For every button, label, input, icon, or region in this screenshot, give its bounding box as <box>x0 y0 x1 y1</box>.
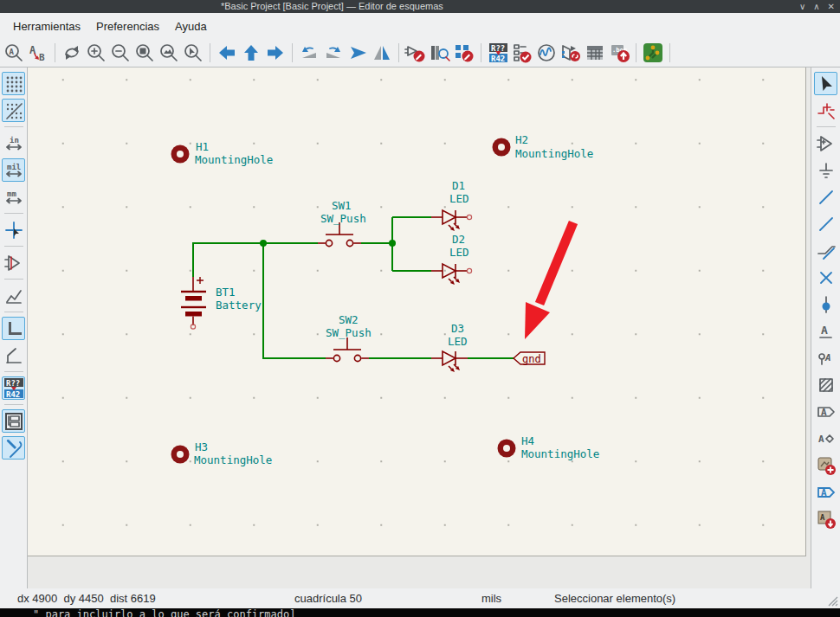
schematic-sheet[interactable]: H1 MountingHole H2 MountingHole H3 Mount… <box>28 67 806 556</box>
zoom-out-icon[interactable] <box>108 41 132 65</box>
component-d1[interactable]: D1 LED <box>431 179 472 231</box>
lines-any-angle-icon[interactable] <box>2 344 25 367</box>
component-d2[interactable]: D2 LED <box>431 233 472 285</box>
svg-text:R??: R?? <box>6 378 20 387</box>
nav-up-icon[interactable] <box>239 41 263 65</box>
rule-area-icon[interactable] <box>814 373 837 396</box>
component-d3[interactable]: D3 LED <box>431 322 468 372</box>
svg-text:MountingHole: MountingHole <box>195 153 273 166</box>
leave-sheet-icon[interactable] <box>346 41 370 65</box>
svg-text:SW1: SW1 <box>332 199 352 212</box>
minimize-icon[interactable]: ∨ <box>799 0 805 13</box>
draw-bus-icon[interactable] <box>814 212 837 235</box>
gnd-label[interactable]: gnd <box>514 352 545 365</box>
status-hint: Seleccionar elemento(s) <box>554 592 675 605</box>
grid-override-icon[interactable] <box>2 99 25 122</box>
component-sw1[interactable]: SW1 SW_Push <box>318 199 366 247</box>
junction-dot[interactable] <box>260 240 267 247</box>
select-cursor-icon[interactable] <box>814 72 837 95</box>
wire-to-bus-entry-icon[interactable] <box>814 239 837 262</box>
zoom-in-icon[interactable] <box>84 41 108 65</box>
svg-text:MountingHole: MountingHole <box>521 447 599 460</box>
text-variables-icon[interactable]: A B <box>26 41 50 65</box>
component-sw2[interactable]: SW2 SW_Push <box>326 313 372 362</box>
symbol-editor-icon[interactable] <box>404 41 428 65</box>
resize-grip-icon[interactable] <box>826 595 838 607</box>
cursor-shape-icon[interactable] <box>2 218 25 241</box>
erc-markers-icon[interactable] <box>2 284 25 307</box>
svg-text:D1: D1 <box>452 179 465 192</box>
lines-90deg-icon[interactable] <box>2 317 25 340</box>
draw-wire-icon[interactable] <box>814 185 837 209</box>
hierarchical-sheet-icon[interactable] <box>814 453 837 477</box>
zoom-fit-icon[interactable] <box>132 41 157 65</box>
properties-tools-icon[interactable] <box>2 436 25 460</box>
sheet-pin-icon[interactable]: A <box>814 507 837 530</box>
hidden-pins-icon[interactable] <box>2 251 25 274</box>
hierarchical-label-icon[interactable]: A <box>814 480 837 504</box>
component-h1[interactable]: H1 MountingHole <box>171 140 274 166</box>
place-text-icon[interactable]: A <box>814 319 837 343</box>
annotation-arrow <box>525 222 573 339</box>
svg-text:mm: mm <box>7 190 16 198</box>
left-toolbar: in mil mm <box>0 67 28 588</box>
erc-icon[interactable] <box>510 41 534 65</box>
netclass-directive-icon[interactable]: A <box>814 427 837 450</box>
right-toolbar: A A A A A A <box>811 67 840 588</box>
zoom-selection-icon[interactable] <box>181 41 205 65</box>
menubar: Herramientas Preferencias Ayuda <box>0 13 840 39</box>
component-h4[interactable]: H4 MountingHole <box>498 434 600 460</box>
net-label-icon[interactable]: A <box>814 346 837 370</box>
svg-text:LED: LED <box>449 246 469 259</box>
symbol-fields-table-icon[interactable] <box>583 41 607 65</box>
zoom-objects-icon[interactable] <box>157 41 181 65</box>
simulator-icon[interactable] <box>534 41 559 65</box>
annotation-icon[interactable]: R?? R42 <box>2 376 25 400</box>
svg-text:H4: H4 <box>521 434 534 447</box>
status-coordinates: dx 4900 dy 4450 dist 6619 <box>17 592 156 605</box>
no-connect-icon[interactable] <box>814 266 837 289</box>
grid-dots-icon[interactable] <box>2 72 25 95</box>
pcb-editor-icon[interactable] <box>641 41 665 65</box>
canvas-area[interactable]: H1 MountingHole H2 MountingHole H3 Mount… <box>28 67 811 588</box>
menu-preferencias[interactable]: Preferencias <box>88 16 167 36</box>
svg-text:A: A <box>824 352 831 363</box>
symbol-library-browser-icon[interactable] <box>428 41 452 65</box>
component-h2[interactable]: H2 MountingHole <box>493 133 594 160</box>
junction-dot[interactable] <box>389 240 396 247</box>
sheet-hierarchy-icon[interactable] <box>370 41 394 65</box>
maximize-icon[interactable]: ∧ <box>813 0 819 13</box>
place-power-port-icon[interactable] <box>814 158 837 182</box>
assign-footprints-icon[interactable] <box>559 41 583 65</box>
menu-ayuda[interactable]: Ayuda <box>167 16 215 36</box>
edit-symbol-fields-icon[interactable] <box>452 41 476 65</box>
svg-text:A: A <box>820 513 825 522</box>
refresh-icon[interactable] <box>60 41 84 65</box>
svg-text:BT1: BT1 <box>216 286 236 299</box>
undo-icon[interactable] <box>297 41 321 65</box>
svg-text:H2: H2 <box>515 133 528 146</box>
hierarchy-navigator-icon[interactable] <box>2 409 25 433</box>
units-mils-icon[interactable]: mil <box>2 158 25 182</box>
place-symbol-icon[interactable] <box>814 132 837 155</box>
highlight-net-icon[interactable] <box>814 99 837 122</box>
svg-text:A: A <box>818 434 824 445</box>
component-h3[interactable]: H3 MountingHole <box>171 440 273 466</box>
units-mm-icon[interactable]: mm <box>2 185 25 209</box>
redo-icon[interactable] <box>321 41 346 65</box>
nav-forward-icon[interactable] <box>263 41 288 65</box>
zoom-auto-icon[interactable]: A <box>2 41 26 65</box>
component-bt1[interactable]: BT1 Battery <box>181 277 262 329</box>
export-bom-icon[interactable]: .bom <box>607 41 631 65</box>
svg-text:A: A <box>10 48 15 56</box>
units-inches-icon[interactable]: in <box>2 132 25 155</box>
junction-icon[interactable] <box>814 292 837 316</box>
close-icon[interactable]: ✕ <box>828 0 835 13</box>
svg-text:MountingHole: MountingHole <box>515 147 593 160</box>
subtitle-caption: " para incluirlo a lo que será confirmad… <box>0 608 840 617</box>
svg-text:SW_Push: SW_Push <box>326 326 372 339</box>
annotate-icon[interactable]: R?? R42 <box>486 41 510 65</box>
global-label-icon[interactable]: A <box>814 400 837 423</box>
menu-herramientas[interactable]: Herramientas <box>5 16 88 36</box>
nav-back-icon[interactable] <box>215 41 239 65</box>
